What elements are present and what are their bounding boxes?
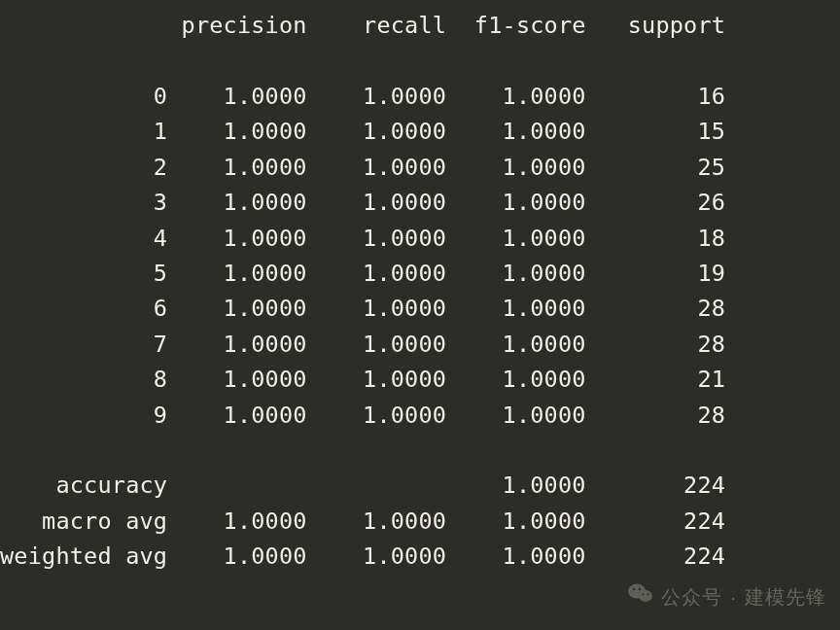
support: 16 (586, 83, 725, 110)
precision: 1.0000 (167, 402, 306, 429)
support: 26 (586, 189, 725, 216)
recall: 1.0000 (307, 225, 446, 252)
class-row: 3 1.0000 1.0000 1.0000 26 (0, 189, 725, 216)
summary-label: macro avg (0, 508, 167, 535)
recall: 1.0000 (307, 542, 446, 570)
precision: 1.0000 (167, 260, 306, 287)
precision: 1.0000 (167, 225, 306, 252)
f1-score: 1.0000 (446, 118, 585, 145)
f1-score: 1.0000 (446, 331, 585, 358)
f1-score: 1.0000 (446, 83, 585, 110)
blank-label (0, 12, 167, 39)
svg-point-3 (639, 588, 642, 591)
support: 224 (586, 508, 725, 535)
recall: 1.0000 (307, 118, 446, 145)
precision: 1.0000 (167, 154, 306, 181)
classification-report: precision recall f1-score support 0 1.00… (0, 0, 840, 575)
f1-score: 1.0000 (446, 508, 585, 535)
summary-row-accuracy: accuracy 1.0000 224 (0, 472, 725, 499)
watermark-sep: · (730, 582, 737, 612)
class-row: 4 1.0000 1.0000 1.0000 18 (0, 225, 725, 252)
class-row: 1 1.0000 1.0000 1.0000 15 (0, 118, 725, 145)
svg-point-4 (643, 594, 645, 596)
class-row: 5 1.0000 1.0000 1.0000 19 (0, 260, 725, 287)
f1-score: 1.0000 (446, 402, 585, 429)
precision: 1.0000 (167, 189, 306, 216)
svg-point-2 (633, 588, 636, 591)
summary-label: accuracy (0, 472, 167, 499)
class-label: 1 (0, 118, 167, 145)
class-label: 0 (0, 83, 167, 110)
recall: 1.0000 (307, 508, 446, 535)
summary-row-weighted: weighted avg 1.0000 1.0000 1.0000 224 (0, 542, 725, 570)
class-label: 4 (0, 225, 167, 252)
f1-score: 1.0000 (446, 189, 585, 216)
support: 224 (586, 542, 725, 570)
f1-score: 1.0000 (446, 225, 585, 252)
svg-point-5 (648, 594, 649, 596)
header-f1: f1-score (446, 12, 585, 39)
recall: 1.0000 (307, 331, 446, 358)
support: 19 (586, 260, 725, 287)
precision: 1.0000 (167, 118, 306, 145)
recall: 1.0000 (307, 295, 446, 322)
recall: 1.0000 (307, 366, 446, 393)
support: 15 (586, 118, 725, 145)
header-precision: precision (167, 12, 306, 39)
watermark-prefix: 公众号 (661, 582, 722, 612)
class-label: 7 (0, 331, 167, 358)
precision (167, 472, 306, 499)
recall: 1.0000 (307, 154, 446, 181)
class-row: 9 1.0000 1.0000 1.0000 28 (0, 402, 725, 429)
f1-score: 1.0000 (446, 260, 585, 287)
support: 21 (586, 366, 725, 393)
recall: 1.0000 (307, 189, 446, 216)
recall: 1.0000 (307, 402, 446, 429)
precision: 1.0000 (167, 508, 306, 535)
support: 28 (586, 402, 725, 429)
class-label: 6 (0, 295, 167, 322)
wechat-icon (628, 582, 653, 612)
recall (307, 472, 446, 499)
header-recall: recall (307, 12, 446, 39)
support: 224 (586, 472, 725, 499)
f1-score: 1.0000 (446, 154, 585, 181)
precision: 1.0000 (167, 542, 306, 570)
precision: 1.0000 (167, 331, 306, 358)
precision: 1.0000 (167, 83, 306, 110)
class-label: 9 (0, 402, 167, 429)
f1-score: 1.0000 (446, 295, 585, 322)
summary-row-macro: macro avg 1.0000 1.0000 1.0000 224 (0, 508, 725, 535)
report-header-row: precision recall f1-score support (0, 12, 725, 39)
class-label: 5 (0, 260, 167, 287)
precision: 1.0000 (167, 295, 306, 322)
class-row: 8 1.0000 1.0000 1.0000 21 (0, 366, 725, 393)
f1-score: 1.0000 (446, 366, 585, 393)
class-label: 2 (0, 154, 167, 181)
class-row: 2 1.0000 1.0000 1.0000 25 (0, 154, 725, 181)
wechat-watermark: 公众号 · 建模先锋 (628, 582, 826, 612)
support: 18 (586, 225, 725, 252)
recall: 1.0000 (307, 260, 446, 287)
class-row: 6 1.0000 1.0000 1.0000 28 (0, 295, 725, 322)
support: 25 (586, 154, 725, 181)
class-label: 3 (0, 189, 167, 216)
f1-score: 1.0000 (446, 542, 585, 570)
class-label: 8 (0, 366, 167, 393)
class-row: 7 1.0000 1.0000 1.0000 28 (0, 331, 725, 358)
watermark-name: 建模先锋 (745, 582, 826, 612)
summary-label: weighted avg (0, 542, 167, 570)
support: 28 (586, 295, 725, 322)
recall: 1.0000 (307, 83, 446, 110)
svg-point-1 (639, 590, 652, 602)
f1-score: 1.0000 (446, 472, 585, 499)
header-support: support (586, 12, 725, 39)
precision: 1.0000 (167, 366, 306, 393)
support: 28 (586, 331, 725, 358)
class-row: 0 1.0000 1.0000 1.0000 16 (0, 83, 725, 110)
